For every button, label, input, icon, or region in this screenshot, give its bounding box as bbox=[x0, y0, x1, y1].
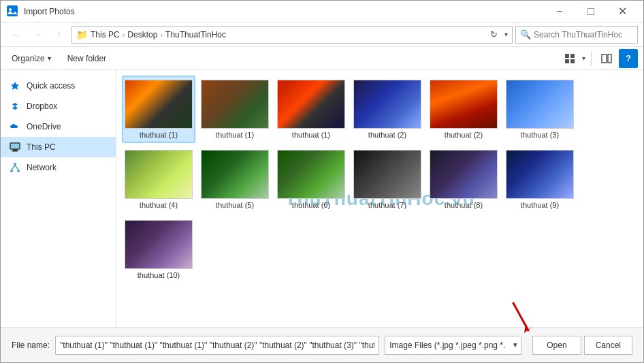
filename-input[interactable] bbox=[55, 336, 379, 355]
filetype-select[interactable]: Image Files (*.jpg *.jpeg *.png *. All F… bbox=[385, 336, 521, 355]
address-folder-icon: 📁 bbox=[76, 29, 88, 40]
thumb-label-12: thuthuat (9) bbox=[521, 201, 559, 209]
thumb-label-7: thuthuat (4) bbox=[140, 201, 178, 209]
help-button[interactable]: ? bbox=[619, 49, 638, 68]
thumbnail-item-6[interactable]: thuthuat (3) bbox=[503, 76, 577, 143]
svg-point-17 bbox=[10, 170, 13, 172]
thumb-image-7 bbox=[125, 150, 193, 199]
svg-rect-15 bbox=[11, 144, 19, 148]
svg-rect-6 bbox=[570, 59, 575, 63]
thumbnail-item-13[interactable]: thuthuat (10) bbox=[122, 216, 195, 283]
window-controls: − □ ✕ bbox=[544, 1, 638, 22]
sidebar-item-network[interactable]: Network bbox=[1, 157, 116, 178]
thumb-label-9: thuthuat (6) bbox=[292, 201, 330, 209]
address-part-1: This PC bbox=[91, 30, 120, 40]
address-dropdown-icon[interactable]: ▾ bbox=[504, 31, 508, 38]
address-part-3: ThuThuatTinHoc bbox=[165, 30, 226, 40]
thumbnail-item-12[interactable]: thuthuat (9) bbox=[503, 146, 577, 213]
maximize-button[interactable]: □ bbox=[575, 1, 607, 22]
thumbnail-item-10[interactable]: thuthuat (7) bbox=[351, 146, 424, 213]
thumbnail-item-4[interactable]: thuthuat (2) bbox=[351, 76, 424, 143]
thumb-image-11 bbox=[430, 150, 498, 199]
thumbnail-item-1[interactable]: thuthuat (1) bbox=[122, 76, 195, 143]
search-input[interactable] bbox=[534, 30, 633, 40]
sidebar-item-dropbox[interactable]: Dropbox bbox=[1, 96, 116, 116]
back-button[interactable]: ← bbox=[6, 25, 25, 44]
thumb-image-4 bbox=[353, 80, 421, 129]
view-dropdown-icon[interactable]: ▾ bbox=[582, 54, 585, 62]
minimize-button[interactable]: − bbox=[544, 1, 575, 22]
sidebar-label-network: Network bbox=[27, 163, 57, 172]
thumbnail-item-11[interactable]: thuthuat (8) bbox=[427, 146, 500, 213]
thumbnail-item-3[interactable]: thuthuat (1) bbox=[274, 76, 348, 143]
svg-rect-13 bbox=[13, 149, 17, 151]
view-controls: ▾ ? bbox=[560, 49, 638, 68]
pc-icon bbox=[9, 141, 21, 153]
details-pane-button[interactable] bbox=[597, 49, 616, 68]
sidebar-item-quick-access[interactable]: Quick access bbox=[1, 76, 116, 96]
svg-rect-7 bbox=[602, 54, 607, 63]
svg-rect-0 bbox=[7, 5, 18, 16]
thumb-label-2: thuthuat (1) bbox=[216, 131, 254, 139]
thumbnail-item-8[interactable]: thuthuat (5) bbox=[198, 146, 272, 213]
svg-marker-11 bbox=[12, 106, 18, 110]
svg-rect-5 bbox=[565, 59, 569, 63]
thumb-label-3: thuthuat (1) bbox=[292, 131, 330, 139]
thumb-label-6: thuthuat (3) bbox=[521, 131, 559, 139]
thumb-image-1 bbox=[125, 80, 193, 129]
sidebar-label-onedrive: OneDrive bbox=[27, 122, 61, 131]
sidebar-item-onedrive[interactable]: OneDrive bbox=[1, 116, 116, 137]
cancel-button[interactable]: Cancel bbox=[584, 336, 632, 355]
thumb-image-5 bbox=[430, 80, 498, 129]
close-button[interactable]: ✕ bbox=[607, 1, 638, 22]
sidebar-label-dropbox: Dropbox bbox=[27, 101, 57, 111]
refresh-button[interactable]: ↻ bbox=[485, 27, 502, 43]
up-button[interactable]: ↑ bbox=[50, 25, 69, 44]
organize-label: Organize bbox=[12, 54, 45, 63]
thumb-label-10: thuthuat (7) bbox=[368, 201, 406, 209]
thumb-label-13: thuthuat (10) bbox=[138, 271, 180, 279]
thumbnail-item-5[interactable]: thuthuat (2) bbox=[427, 76, 500, 143]
address-toolbar: ← → ↑ 📁 This PC › Desktop › ThuThuatTinH… bbox=[1, 22, 643, 47]
organize-button[interactable]: Organize ▾ bbox=[6, 50, 57, 67]
organize-dropdown-icon: ▾ bbox=[48, 54, 51, 62]
svg-line-19 bbox=[12, 165, 15, 170]
sidebar-label-this-pc: This PC bbox=[27, 142, 56, 152]
thumbnail-item-9[interactable]: thuthuat (6) bbox=[274, 146, 348, 213]
bottom-buttons: Open Cancel bbox=[532, 336, 632, 355]
main-area: Quick access Dropbox OneDrive bbox=[1, 70, 643, 327]
bottom-bar: File name: Image Files (*.jpg *.jpeg *.p… bbox=[1, 327, 643, 362]
address-bar[interactable]: 📁 This PC › Desktop › ThuThuatTinHoc ↻ ▾ bbox=[71, 26, 513, 44]
view-large-icons-button[interactable] bbox=[560, 49, 579, 68]
thumbnail-item-2[interactable]: thuthuat (1) bbox=[198, 76, 272, 143]
thumb-image-12 bbox=[506, 150, 574, 199]
thumb-image-9 bbox=[277, 150, 345, 199]
thumbnail-item-7[interactable]: thuthuat (4) bbox=[122, 146, 195, 213]
thumb-label-4: thuthuat (2) bbox=[368, 131, 406, 139]
svg-rect-14 bbox=[12, 151, 18, 152]
svg-rect-3 bbox=[565, 54, 569, 58]
address-part-2: Desktop bbox=[127, 30, 157, 40]
search-bar[interactable]: 🔍 bbox=[515, 26, 638, 44]
network-icon bbox=[9, 161, 21, 174]
sidebar-item-this-pc[interactable]: This PC bbox=[1, 137, 116, 157]
forward-button[interactable]: → bbox=[28, 25, 47, 44]
photos-icon bbox=[6, 5, 20, 18]
svg-line-20 bbox=[15, 165, 18, 170]
open-button[interactable]: Open bbox=[532, 336, 581, 355]
command-toolbar: Organize ▾ New folder ▾ ? bbox=[1, 47, 643, 70]
thumb-image-8 bbox=[201, 150, 269, 199]
thumb-image-13 bbox=[125, 220, 193, 269]
sidebar-label-quick-access: Quick access bbox=[27, 81, 75, 91]
address-sep-2: › bbox=[160, 31, 163, 39]
svg-point-18 bbox=[17, 170, 20, 172]
file-browser-content: ThuThuatTinHoc.vn thuthuat (1) thuthuat … bbox=[116, 70, 643, 327]
svg-point-1 bbox=[9, 8, 12, 11]
thumb-label-11: thuthuat (8) bbox=[445, 201, 483, 209]
address-sep-1: › bbox=[123, 31, 125, 39]
sidebar: Quick access Dropbox OneDrive bbox=[1, 70, 116, 327]
svg-marker-9 bbox=[11, 82, 19, 90]
filetype-wrapper: Image Files (*.jpg *.jpeg *.png *. All F… bbox=[385, 336, 521, 355]
thumb-label-1: thuthuat (1) bbox=[140, 131, 178, 139]
new-folder-button[interactable]: New folder bbox=[62, 50, 112, 67]
